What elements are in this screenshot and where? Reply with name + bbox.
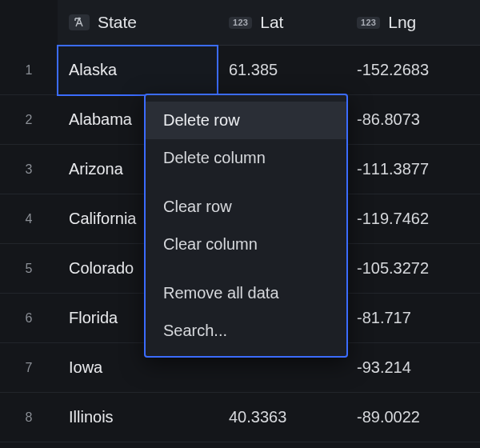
menu-clear-column[interactable]: Clear column: [146, 226, 346, 263]
cell-lat[interactable]: 40.3363: [218, 393, 346, 442]
text-type-icon: [69, 14, 90, 30]
cell-state[interactable]: Alaska: [58, 46, 218, 95]
cell-lng[interactable]: -81.717: [346, 294, 480, 343]
cell-lng[interactable]: -111.3877: [346, 145, 480, 194]
cell-lng[interactable]: -119.7462: [346, 194, 480, 244]
cell-lng[interactable]: -93.214: [346, 343, 480, 393]
row-number[interactable]: 5: [0, 244, 58, 294]
menu-remove-all-data[interactable]: Remove all data: [146, 274, 346, 312]
row-number[interactable]: 4: [0, 194, 58, 244]
row-number[interactable]: 2: [0, 95, 58, 145]
cell-lng[interactable]: -105.3272: [346, 244, 480, 294]
cell-state[interactable]: Illinois: [58, 393, 218, 442]
data-table: State 123 Lat 123 Lng 1 Alaska 61.385 -1…: [0, 0, 480, 442]
column-header-state[interactable]: State: [58, 0, 218, 46]
menu-search[interactable]: Search...: [146, 312, 346, 350]
menu-separator: [146, 263, 346, 274]
column-header-label: Lng: [388, 13, 416, 32]
row-number[interactable]: 3: [0, 145, 58, 194]
menu-clear-row[interactable]: Clear row: [146, 188, 346, 226]
column-header-label: Lat: [260, 13, 283, 32]
context-menu: Delete row Delete column Clear row Clear…: [144, 94, 348, 358]
row-number[interactable]: 7: [0, 343, 58, 393]
column-header-lat[interactable]: 123 Lat: [218, 0, 346, 46]
column-header-lng[interactable]: 123 Lng: [346, 0, 480, 46]
cell-lat[interactable]: 61.385: [218, 46, 346, 95]
row-number-header: [0, 0, 58, 46]
menu-separator: [146, 177, 346, 188]
number-type-icon: 123: [229, 17, 252, 29]
menu-delete-column[interactable]: Delete column: [146, 139, 346, 177]
number-type-icon: 123: [357, 17, 380, 29]
menu-delete-row[interactable]: Delete row: [146, 102, 346, 139]
row-number[interactable]: 8: [0, 393, 58, 442]
cell-lng[interactable]: -89.0022: [346, 393, 480, 442]
cell-lng[interactable]: -86.8073: [346, 95, 480, 145]
cell-lng[interactable]: -152.2683: [346, 46, 480, 95]
row-number[interactable]: 1: [0, 46, 58, 95]
column-header-label: State: [98, 13, 137, 32]
row-number[interactable]: 6: [0, 294, 58, 343]
